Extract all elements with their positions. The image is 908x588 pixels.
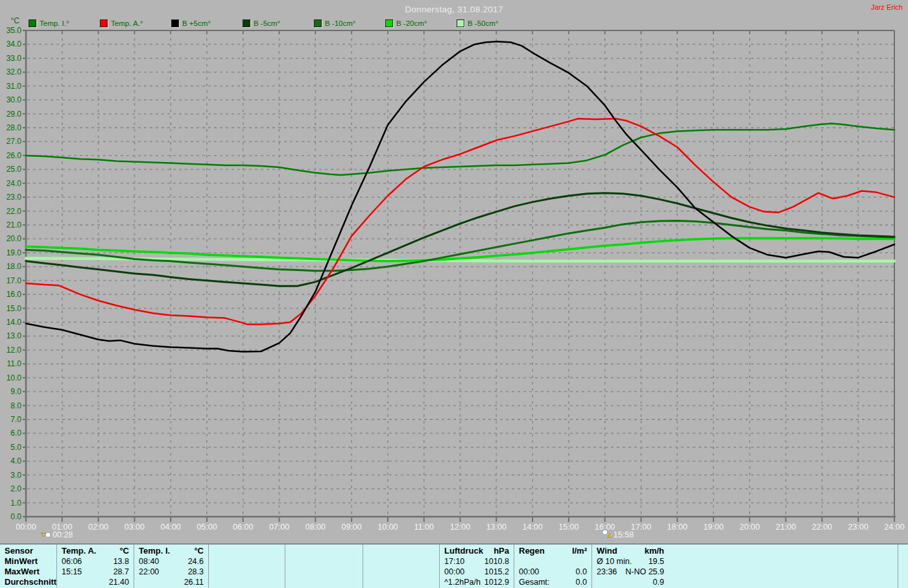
legend-label: B -20cm°	[396, 19, 427, 27]
legend-item-b_m10: B -10cm°	[314, 19, 385, 27]
x-tick-label: 18:00	[667, 523, 687, 532]
stats-cell-value: 19.5	[649, 556, 664, 567]
stats-cell-value: 0.0	[576, 577, 587, 587]
stats-col-header: Windkm/h	[592, 546, 669, 556]
chart-legend: Temp. I.°Temp. A.°B +5cm°B -5cm°B -10cm°…	[29, 19, 528, 27]
legend-swatch-b_p5	[171, 19, 179, 27]
stats-cell-value: 28.3	[188, 567, 204, 577]
x-tick-label: 02:00	[88, 523, 108, 532]
legend-label: Temp. I.°	[40, 19, 69, 27]
y-tick-label: 3.0	[10, 471, 21, 480]
stats-cell-value: N-NO 25.9	[625, 567, 664, 577]
x-tick-label: 04:00	[161, 523, 181, 532]
stats-col-temp_a: Temp. A.°C06:0613.815:1528.721.40	[57, 545, 134, 588]
x-tick-label: 10:00	[377, 523, 398, 532]
row-label: Durchschnitt	[0, 577, 56, 587]
stats-cell-value: 26.11	[184, 577, 204, 587]
y-tick-label: 33.0	[6, 54, 22, 63]
x-tick-label: 24:00	[884, 523, 904, 532]
stats-col-empty2	[285, 545, 363, 588]
moonset-time-label: 00:28	[53, 530, 73, 539]
x-tick-label: 12:00	[450, 523, 470, 532]
stats-cell-time: 22:00	[139, 567, 159, 577]
stats-header-label: Wind	[597, 546, 617, 556]
legend-swatch-b_m20	[385, 19, 393, 27]
y-tick-label: 28.0	[6, 123, 22, 132]
x-tick-label: 07:00	[269, 523, 289, 532]
y-tick-label: 7.0	[10, 415, 21, 424]
x-tick-label: 15:00	[558, 523, 579, 532]
x-tick-label: 22:00	[812, 523, 832, 532]
stats-cell-row	[285, 577, 363, 587]
stats-cell-row	[363, 556, 439, 567]
legend-swatch-temp_i	[29, 19, 36, 27]
x-tick-label: 14:00	[522, 523, 542, 532]
stats-cell-row: 21.40	[57, 577, 134, 587]
y-tick-label: 35.0	[6, 26, 22, 35]
x-tick-label: 19:00	[703, 523, 723, 532]
stats-cell-time: ^1.2hPa/h	[444, 577, 481, 587]
y-tick-label: 21.0	[6, 220, 22, 229]
stats-cell-row: 08:4024.6	[134, 556, 208, 567]
moonrise-time-label: 15:58	[614, 530, 634, 539]
y-tick-label: 30.0	[6, 95, 22, 104]
stats-col-temp_i: Temp. I.°C08:4024.622:0028.326.11	[134, 545, 209, 588]
stats-header-label: Regen	[519, 546, 545, 556]
legend-item-temp_a: Temp. A.°	[100, 19, 171, 27]
y-tick-label: 32.0	[6, 67, 22, 76]
stats-cell-time: 23:36	[597, 567, 617, 577]
legend-swatch-b_m10	[314, 19, 322, 27]
x-tick-label: 06:00	[233, 523, 253, 532]
x-tick-label: 08:00	[305, 523, 326, 532]
stats-cell-row	[363, 577, 439, 587]
y-tick-label: 22.0	[6, 207, 22, 216]
stats-cell-value: 1015.2	[484, 567, 509, 577]
stats-col-header	[363, 546, 439, 556]
stats-cell-value: 1010.8	[484, 556, 509, 567]
row-label: MaxWert	[0, 567, 56, 577]
moon-disc-icon	[45, 532, 51, 537]
y-tick-label: 8.0	[10, 401, 21, 410]
legend-swatch-b_m50	[457, 19, 464, 27]
moon-rise-arrow-icon: ▲	[606, 532, 613, 539]
y-tick-label: 14.0	[6, 318, 22, 327]
weather-app-screen: { "header": { "title": "Donnerstag, 31.0…	[0, 0, 908, 588]
stats-cell-value: 28.7	[114, 567, 129, 577]
x-tick-label: 03:00	[125, 523, 145, 532]
stats-cell-row	[514, 556, 591, 567]
x-tick-label: 11:00	[414, 523, 434, 532]
moonrise-marker: ▲15:58	[603, 530, 634, 539]
stats-cell-value: 13.8	[114, 556, 129, 567]
x-tick-label: 09:00	[341, 523, 361, 532]
y-tick-label: 19.0	[6, 248, 22, 257]
stats-col-sensor: SensorMinWertMaxWertDurchschnitt	[0, 545, 57, 588]
y-tick-label: 4.0	[10, 456, 21, 465]
y-tick-label: 16.0	[6, 290, 22, 299]
stats-cell-row	[209, 567, 285, 577]
stats-cell-value: 21.40	[109, 577, 129, 587]
y-tick-label: 2.0	[10, 484, 21, 493]
stats-cell-value: 1012.9	[484, 577, 509, 587]
stats-cell-row: ^1.2hPa/h1012.9	[440, 577, 514, 587]
x-tick-label: 21:00	[776, 523, 796, 532]
y-tick-label: 13.0	[6, 331, 22, 340]
legend-item-b_m50: B -50cm°	[457, 19, 528, 27]
y-tick-label: 12.0	[6, 346, 22, 355]
y-tick-label: 6.0	[10, 429, 21, 438]
stats-cell-row: 15:1528.7	[57, 567, 134, 577]
y-tick-label: 24.0	[6, 179, 22, 188]
legend-label: B -50cm°	[468, 19, 498, 27]
stats-col-header: Temp. A.°C	[57, 546, 134, 556]
stats-col-header	[285, 546, 363, 556]
legend-label: B +5cm°	[182, 19, 211, 27]
stats-cell-row	[285, 556, 363, 567]
stats-header-unit: °C	[194, 546, 204, 556]
stats-cell-row: 26.11	[134, 577, 208, 587]
legend-swatch-temp_a	[100, 19, 108, 27]
stats-cell-value: 0.9	[653, 577, 664, 587]
stats-cell-time: 15:15	[62, 567, 82, 577]
row-label: MinWert	[0, 556, 56, 567]
stats-cell-time: 00:00	[519, 567, 539, 577]
x-tick-label: 17:00	[631, 523, 651, 532]
stats-table: SensorMinWertMaxWertDurchschnittTemp. A.…	[0, 543, 908, 588]
